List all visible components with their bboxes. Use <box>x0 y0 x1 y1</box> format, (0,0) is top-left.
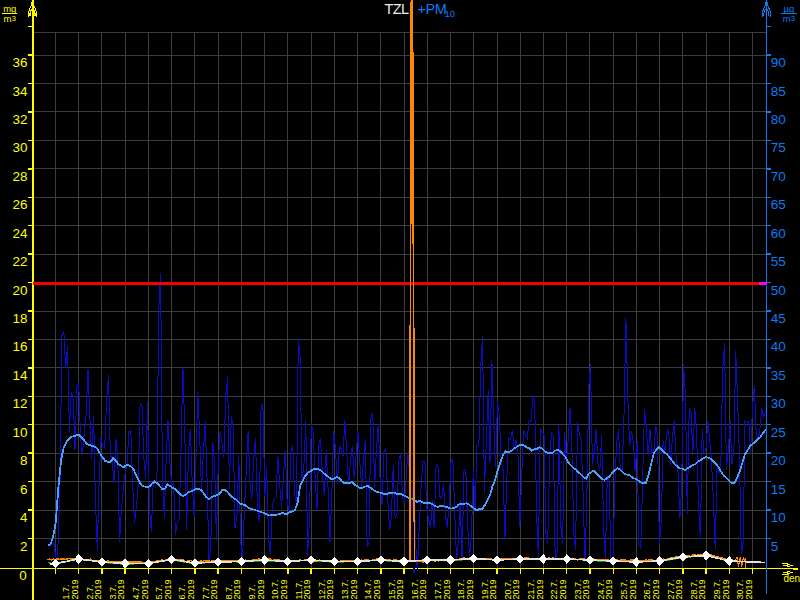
svg-text:28: 28 <box>12 169 27 184</box>
svg-text:0: 0 <box>19 568 27 583</box>
svg-text:12: 12 <box>12 396 27 411</box>
svg-text:15: 15 <box>771 482 786 497</box>
svg-text:5: 5 <box>771 539 779 554</box>
svg-text:20: 20 <box>12 283 27 298</box>
svg-text:16: 16 <box>12 339 27 354</box>
svg-text:2019: 2019 <box>511 579 521 599</box>
svg-text:75: 75 <box>771 140 786 155</box>
svg-text:2019: 2019 <box>581 579 591 599</box>
svg-text:2019: 2019 <box>442 579 452 599</box>
svg-text:2019: 2019 <box>209 579 219 599</box>
svg-text:m3: m3 <box>4 13 17 24</box>
svg-text:2019: 2019 <box>535 579 545 599</box>
svg-text:35: 35 <box>771 368 786 383</box>
svg-text:2019: 2019 <box>628 579 638 599</box>
svg-text:2019: 2019 <box>116 579 126 599</box>
svg-text:2019: 2019 <box>186 579 196 599</box>
svg-text:2: 2 <box>20 539 28 554</box>
svg-text:2019: 2019 <box>325 579 335 599</box>
svg-text:25: 25 <box>771 425 786 440</box>
svg-text:85: 85 <box>771 84 786 99</box>
svg-text:2019: 2019 <box>721 579 731 599</box>
svg-text:2019: 2019 <box>604 579 614 599</box>
svg-text:65: 65 <box>771 197 786 212</box>
svg-text:24: 24 <box>12 226 28 241</box>
svg-text:4: 4 <box>20 510 28 525</box>
svg-text:70: 70 <box>771 169 786 184</box>
svg-text:2019: 2019 <box>93 579 103 599</box>
svg-text:2019: 2019 <box>651 579 661 599</box>
svg-text:14: 14 <box>12 368 28 383</box>
svg-text:2019: 2019 <box>70 579 80 599</box>
svg-text:2019: 2019 <box>279 579 289 599</box>
svg-text:2019: 2019 <box>302 579 312 599</box>
svg-text:34: 34 <box>12 84 28 99</box>
svg-text:2019: 2019 <box>163 579 173 599</box>
svg-text:2019: 2019 <box>418 579 428 599</box>
svg-text:+PM: +PM <box>418 1 447 17</box>
svg-text:2019: 2019 <box>697 579 707 599</box>
svg-text:10: 10 <box>771 510 786 525</box>
svg-text:2019: 2019 <box>395 579 405 599</box>
svg-text:55: 55 <box>771 254 786 269</box>
svg-text:2019: 2019 <box>465 579 475 599</box>
svg-text:26: 26 <box>12 197 27 212</box>
svg-text:2019: 2019 <box>140 579 150 599</box>
svg-text:40: 40 <box>771 339 786 354</box>
svg-text:2019: 2019 <box>558 579 568 599</box>
svg-text:2019: 2019 <box>232 579 242 599</box>
svg-text:2019: 2019 <box>744 579 754 599</box>
svg-text:2019: 2019 <box>674 579 684 599</box>
svg-text:50: 50 <box>771 283 786 298</box>
svg-text:TZL: TZL <box>385 1 410 17</box>
svg-text:36: 36 <box>12 55 27 70</box>
svg-text:10: 10 <box>12 425 27 440</box>
svg-text:8: 8 <box>20 453 28 468</box>
svg-text:2019: 2019 <box>372 579 382 599</box>
svg-text:30: 30 <box>12 140 27 155</box>
svg-text:22: 22 <box>12 254 27 269</box>
svg-text:32: 32 <box>12 112 27 127</box>
svg-text:2019: 2019 <box>488 579 498 599</box>
svg-text:µg: µg <box>784 3 795 14</box>
svg-text:2019: 2019 <box>349 579 359 599</box>
svg-text:20: 20 <box>771 453 786 468</box>
svg-text:mg: mg <box>3 3 16 14</box>
svg-text:60: 60 <box>771 226 786 241</box>
svg-text:18: 18 <box>12 311 27 326</box>
svg-text:10: 10 <box>445 8 456 19</box>
svg-text:m3: m3 <box>783 13 796 24</box>
svg-text:45: 45 <box>771 311 786 326</box>
svg-text:80: 80 <box>771 112 786 127</box>
svg-text:30: 30 <box>771 396 786 411</box>
svg-text:2019: 2019 <box>256 579 266 599</box>
svg-text:6: 6 <box>20 482 28 497</box>
svg-text:90: 90 <box>771 55 786 70</box>
